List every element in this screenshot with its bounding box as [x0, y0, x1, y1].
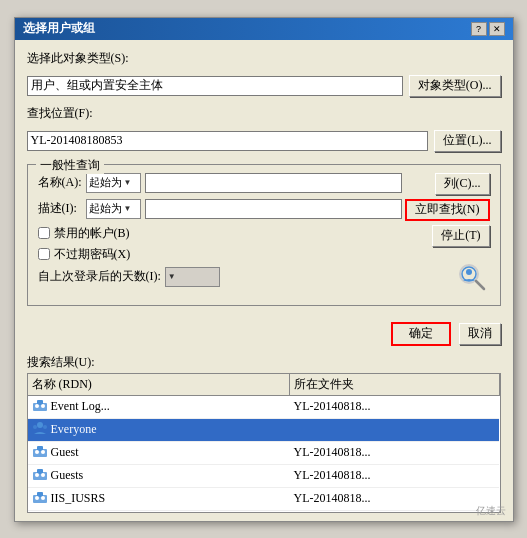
table-row[interactable]: IIS_IUSRSYL-20140818...: [28, 487, 500, 510]
table-cell-name: Everyone: [28, 418, 290, 441]
svg-point-14: [41, 450, 45, 454]
location-label: 查找位置(F):: [27, 105, 93, 122]
svg-point-22: [41, 496, 45, 500]
watermark: 亿速云: [476, 504, 506, 518]
dialog-title: 选择用户或组: [23, 20, 95, 37]
svg-point-10: [43, 425, 47, 429]
desc-dropdown[interactable]: 起始为 ▼: [86, 199, 141, 219]
find-now-button[interactable]: 立即查找(N): [405, 199, 490, 221]
object-type-label: 选择此对象类型(S):: [27, 50, 129, 67]
desc-dropdown-arrow: ▼: [124, 204, 132, 213]
query-left: 名称(A): 起始为 ▼ 描述(I): 起始为 ▼: [38, 173, 402, 295]
ok-cancel-row: 确定 取消: [15, 316, 513, 354]
row-icon: [32, 489, 48, 509]
table-cell-folder: YL-20140818...: [290, 395, 499, 418]
help-button[interactable]: ?: [471, 22, 487, 36]
svg-point-3: [466, 269, 472, 275]
svg-point-8: [37, 422, 43, 428]
columns-button[interactable]: 列(C)...: [435, 173, 490, 195]
no-expire-pw-checkbox[interactable]: [38, 248, 50, 260]
table-cell-folder: YL-20140818...: [290, 464, 499, 487]
location-field-row: YL-201408180853 位置(L)...: [27, 130, 501, 152]
svg-point-21: [35, 496, 39, 500]
desc-form-row: 描述(I): 起始为 ▼: [38, 199, 402, 219]
desc-label: 描述(I):: [38, 200, 82, 217]
general-query-section: 一般性查询 名称(A): 起始为 ▼ 描述(I):: [27, 164, 501, 306]
results-table: 名称 (RDN) 所在文件夹 Event Log...YL-20140818..…: [28, 374, 500, 513]
days-dropdown[interactable]: ▼: [165, 267, 220, 287]
name-form-row: 名称(A): 起始为 ▼: [38, 173, 402, 193]
col-folder-header: 所在文件夹: [290, 374, 499, 396]
row-name: Guest: [51, 444, 79, 458]
no-expire-pw-row: 不过期密码(X): [38, 246, 402, 263]
svg-point-7: [41, 404, 45, 408]
cancel-button[interactable]: 取消: [459, 323, 501, 345]
table-row[interactable]: Everyone: [28, 418, 500, 441]
svg-point-9: [33, 425, 37, 429]
table-cell-name: Guest: [28, 441, 290, 464]
row-icon: [32, 397, 48, 417]
svg-line-2: [476, 281, 484, 289]
search-icon: [456, 261, 488, 293]
select-user-dialog: 选择用户或组 ? ✕ 选择此对象类型(S): 用户、组或内置安全主体 对象类型(…: [14, 17, 514, 522]
row-name: Guests: [51, 467, 84, 481]
name-dropdown-text: 起始为: [89, 175, 122, 190]
object-type-button[interactable]: 对象类型(O)...: [409, 75, 501, 97]
object-type-value: 用户、组或内置安全主体: [27, 76, 403, 96]
results-tbody: Event Log...YL-20140818...EveryoneGuestY…: [28, 395, 500, 513]
days-label: 自上次登录后的天数(I):: [38, 268, 161, 285]
name-label: 名称(A):: [38, 174, 82, 191]
disabled-account-label: 禁用的帐户(B): [54, 225, 130, 242]
title-bar-buttons: ? ✕: [471, 22, 505, 36]
object-type-row: 选择此对象类型(S):: [27, 50, 501, 67]
row-icon: [32, 466, 48, 486]
table-cell-folder: YL-20140818...: [290, 487, 499, 510]
table-cell-name: Guests: [28, 464, 290, 487]
location-label-row: 查找位置(F):: [27, 105, 501, 122]
close-button[interactable]: ✕: [489, 22, 505, 36]
search-results-label-text: 搜索结果(U):: [27, 355, 95, 369]
disabled-account-row: 禁用的帐户(B): [38, 225, 402, 242]
search-icon-container: [454, 259, 490, 295]
watermark-text: 亿速云: [476, 505, 506, 516]
svg-point-18: [41, 473, 45, 477]
row-name: IIS_IUSRS: [51, 490, 106, 504]
svg-point-17: [35, 473, 39, 477]
name-dropdown[interactable]: 起始为 ▼: [86, 173, 141, 193]
row-icon: [32, 443, 48, 463]
table-row[interactable]: Event Log...YL-20140818...: [28, 395, 500, 418]
svg-point-13: [35, 450, 39, 454]
general-query-legend: 一般性查询: [36, 157, 104, 174]
results-table-container[interactable]: 名称 (RDN) 所在文件夹 Event Log...YL-20140818..…: [27, 373, 501, 513]
disabled-account-checkbox[interactable]: [38, 227, 50, 239]
col-name-header: 名称 (RDN): [28, 374, 290, 396]
stop-button[interactable]: 停止(T): [432, 225, 489, 247]
title-bar: 选择用户或组 ? ✕: [15, 18, 513, 40]
row-name: Everyone: [51, 421, 97, 435]
no-expire-pw-label: 不过期密码(X): [54, 246, 131, 263]
location-button[interactable]: 位置(L)...: [434, 130, 500, 152]
row-name: Event Log...: [51, 398, 110, 412]
table-cell-folder: YL-20140818...: [290, 441, 499, 464]
table-row[interactable]: GuestYL-20140818...: [28, 441, 500, 464]
search-results-label: 搜索结果(U):: [15, 354, 513, 373]
object-type-field-row: 用户、组或内置安全主体 对象类型(O)...: [27, 75, 501, 97]
location-value: YL-201408180853: [27, 131, 429, 151]
name-dropdown-arrow: ▼: [124, 178, 132, 187]
table-header: 名称 (RDN) 所在文件夹: [28, 374, 500, 396]
query-right: 列(C)... 立即查找(N) 停止(T): [410, 173, 490, 295]
table-cell-folder: [290, 418, 499, 441]
table-cell-name: Event Log...: [28, 395, 290, 418]
desc-input[interactable]: [145, 199, 402, 219]
table-row[interactable]: GuestsYL-20140818...: [28, 464, 500, 487]
name-input[interactable]: [145, 173, 402, 193]
dialog-body: 选择此对象类型(S): 用户、组或内置安全主体 对象类型(O)... 查找位置(…: [15, 40, 513, 316]
days-row: 自上次登录后的天数(I): ▼: [38, 267, 402, 287]
row-icon: [32, 420, 48, 440]
table-cell-name: IIS_IUSRS: [28, 487, 290, 510]
ok-button[interactable]: 确定: [391, 322, 451, 346]
days-dropdown-arrow: ▼: [168, 272, 176, 281]
query-main-content: 名称(A): 起始为 ▼ 描述(I): 起始为 ▼: [38, 173, 490, 295]
desc-dropdown-text: 起始为: [89, 201, 122, 216]
svg-point-6: [35, 404, 39, 408]
